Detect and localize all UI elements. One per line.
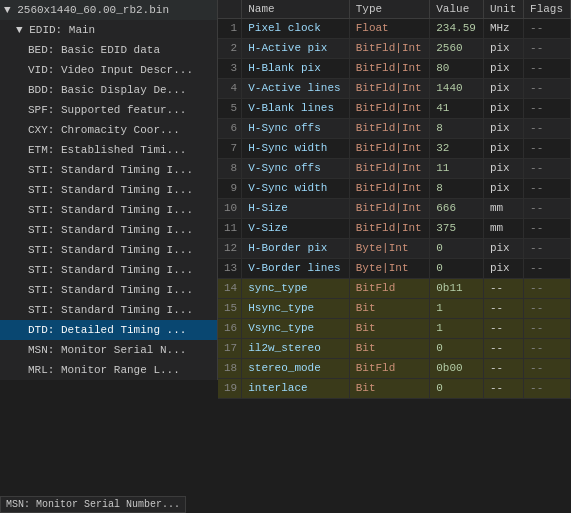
col-flags: Flags xyxy=(524,0,571,19)
cell-value: 0b00 xyxy=(430,359,484,379)
cell-value: 1 xyxy=(430,299,484,319)
cell-name: Vsync_type xyxy=(242,319,349,339)
cell-num: 6 xyxy=(218,119,242,139)
cell-unit: pix xyxy=(483,59,523,79)
cell-num: 1 xyxy=(218,19,242,39)
cell-num: 7 xyxy=(218,139,242,159)
cell-value: 32 xyxy=(430,139,484,159)
cell-unit: -- xyxy=(483,299,523,319)
cell-unit: -- xyxy=(483,319,523,339)
cell-type: BitFld|Int xyxy=(349,159,430,179)
table-row[interactable]: 9V-Sync widthBitFld|Int8pix-- xyxy=(218,179,571,199)
cell-num: 17 xyxy=(218,339,242,359)
table-row[interactable]: 12H-Border pixByte|Int0pix-- xyxy=(218,239,571,259)
cell-flags: -- xyxy=(524,219,571,239)
table-row[interactable]: 5V-Blank linesBitFld|Int41pix-- xyxy=(218,99,571,119)
cell-name: H-Sync width xyxy=(242,139,349,159)
cell-flags: -- xyxy=(524,19,571,39)
tree-item[interactable]: STI: Standard Timing I... xyxy=(0,220,217,240)
table-row[interactable]: 4V-Active linesBitFld|Int1440pix-- xyxy=(218,79,571,99)
table-row[interactable]: 3H-Blank pixBitFld|Int80pix-- xyxy=(218,59,571,79)
cell-flags: -- xyxy=(524,199,571,219)
cell-value: 1440 xyxy=(430,79,484,99)
cell-num: 11 xyxy=(218,219,242,239)
table-row[interactable]: 1Pixel clockFloat234.59MHz-- xyxy=(218,19,571,39)
col-type: Type xyxy=(349,0,430,19)
cell-name: V-Sync width xyxy=(242,179,349,199)
cell-value: 11 xyxy=(430,159,484,179)
cell-flags: -- xyxy=(524,379,571,399)
table-row[interactable]: 18stereo_modeBitFld0b00---- xyxy=(218,359,571,379)
cell-unit: -- xyxy=(483,279,523,299)
table-row[interactable]: 19interlaceBit0---- xyxy=(218,379,571,399)
tree-item[interactable]: STI: Standard Timing I... xyxy=(0,280,217,300)
table-row[interactable]: 8V-Sync offsBitFld|Int11pix-- xyxy=(218,159,571,179)
tree-item[interactable]: STI: Standard Timing I... xyxy=(0,240,217,260)
cell-value: 0b11 xyxy=(430,279,484,299)
cell-name: V-Active lines xyxy=(242,79,349,99)
tree-item[interactable]: CXY: Chromacity Coor... xyxy=(0,120,217,140)
cell-flags: -- xyxy=(524,319,571,339)
tooltip: MSN: Monitor Serial Number... xyxy=(0,496,186,513)
table-row[interactable]: 7H-Sync widthBitFld|Int32pix-- xyxy=(218,139,571,159)
cell-flags: -- xyxy=(524,139,571,159)
tree-item[interactable]: ▼ EDID: Main xyxy=(0,20,217,40)
cell-flags: -- xyxy=(524,119,571,139)
col-num xyxy=(218,0,242,19)
tree-item[interactable]: STI: Standard Timing I... xyxy=(0,200,217,220)
cell-unit: pix xyxy=(483,159,523,179)
cell-flags: -- xyxy=(524,99,571,119)
tree-item[interactable]: ▼ 2560x1440_60.00_rb2.bin xyxy=(0,0,217,20)
tree-item[interactable]: STI: Standard Timing I... xyxy=(0,260,217,280)
cell-unit: -- xyxy=(483,379,523,399)
cell-name: H-Size xyxy=(242,199,349,219)
cell-flags: -- xyxy=(524,179,571,199)
tree-panel: ▼ 2560x1440_60.00_rb2.bin▼ EDID: MainBED… xyxy=(0,0,218,380)
cell-unit: pix xyxy=(483,139,523,159)
cell-type: BitFld|Int xyxy=(349,99,430,119)
tree-item[interactable]: ETM: Established Timi... xyxy=(0,140,217,160)
cell-value: 0 xyxy=(430,339,484,359)
left-panel: ▼ 2560x1440_60.00_rb2.bin▼ EDID: MainBED… xyxy=(0,0,218,513)
table-row[interactable]: 16Vsync_typeBit1---- xyxy=(218,319,571,339)
table-row[interactable]: 14sync_typeBitFld0b11---- xyxy=(218,279,571,299)
cell-value: 80 xyxy=(430,59,484,79)
cell-flags: -- xyxy=(524,239,571,259)
tree-item[interactable]: BED: Basic EDID data xyxy=(0,40,217,60)
tree-item[interactable]: VID: Video Input Descr... xyxy=(0,60,217,80)
cell-num: 4 xyxy=(218,79,242,99)
cell-unit: pix xyxy=(483,119,523,139)
cell-num: 19 xyxy=(218,379,242,399)
cell-name: Hsync_type xyxy=(242,299,349,319)
tree-item[interactable]: MRL: Monitor Range L... xyxy=(0,360,217,380)
tree-item[interactable]: MSN: Monitor Serial N... xyxy=(0,340,217,360)
cell-flags: -- xyxy=(524,299,571,319)
tree-item[interactable]: BDD: Basic Display De... xyxy=(0,80,217,100)
table-header: Name Type Value Unit Flags xyxy=(218,0,571,19)
table-row[interactable]: 10H-SizeBitFld|Int666mm-- xyxy=(218,199,571,219)
table-row[interactable]: 17il2w_stereoBit0---- xyxy=(218,339,571,359)
cell-unit: pix xyxy=(483,79,523,99)
cell-num: 12 xyxy=(218,239,242,259)
tree-item[interactable]: DTD: Detailed Timing ... xyxy=(0,320,217,340)
cell-type: BitFld|Int xyxy=(349,179,430,199)
cell-name: H-Border pix xyxy=(242,239,349,259)
cell-num: 18 xyxy=(218,359,242,379)
cell-unit: MHz xyxy=(483,19,523,39)
cell-name: V-Border lines xyxy=(242,259,349,279)
tree-item[interactable]: STI: Standard Timing I... xyxy=(0,160,217,180)
cell-type: BitFld|Int xyxy=(349,119,430,139)
table-row[interactable]: 15Hsync_typeBit1---- xyxy=(218,299,571,319)
cell-num: 14 xyxy=(218,279,242,299)
cell-type: Bit xyxy=(349,319,430,339)
cell-flags: -- xyxy=(524,59,571,79)
table-row[interactable]: 13V-Border linesByte|Int0pix-- xyxy=(218,259,571,279)
table-row[interactable]: 11V-SizeBitFld|Int375mm-- xyxy=(218,219,571,239)
cell-num: 9 xyxy=(218,179,242,199)
table-row[interactable]: 2H-Active pixBitFld|Int2560pix-- xyxy=(218,39,571,59)
tree-item[interactable]: STI: Standard Timing I... xyxy=(0,180,217,200)
col-value: Value xyxy=(430,0,484,19)
tree-item[interactable]: STI: Standard Timing I... xyxy=(0,300,217,320)
tree-item[interactable]: SPF: Supported featur... xyxy=(0,100,217,120)
table-row[interactable]: 6H-Sync offsBitFld|Int8pix-- xyxy=(218,119,571,139)
